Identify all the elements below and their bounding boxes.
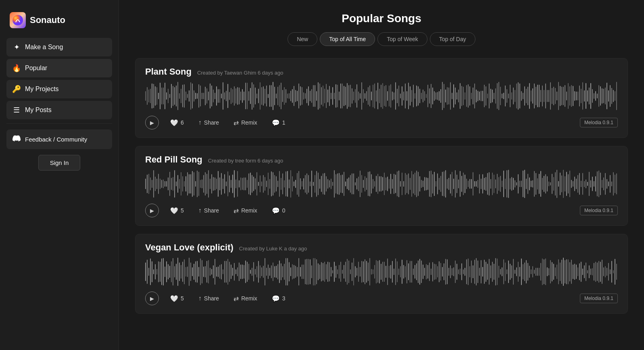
like-button-3[interactable]: 🤍 5 <box>167 293 187 304</box>
song-title-2: Red Pill Song <box>145 154 202 165</box>
remix-icon-1: ⇄ <box>233 119 239 127</box>
like-button-1[interactable]: 🤍 6 <box>167 117 187 128</box>
comment-button-2[interactable]: 💬 0 <box>269 205 289 216</box>
share-icon-3: ↑ <box>198 295 202 302</box>
comment-icon-2: 💬 <box>272 207 280 215</box>
nav-popular[interactable]: 🔥 Popular <box>6 59 112 77</box>
share-button-1[interactable]: ↑ Share <box>195 117 222 128</box>
song-card-2: Red Pill Song Created by tree form 6 day… <box>135 146 628 226</box>
waveform-2 <box>145 170 618 198</box>
model-badge-3: Melodia 0.9.1 <box>580 294 618 303</box>
remix-button-2[interactable]: ⇄ Remix <box>230 205 261 216</box>
tab-top-week[interactable]: Top of Week <box>377 32 427 46</box>
song-header-1: Plant Song Created by Taewan Ghim 6 days… <box>145 67 618 77</box>
waveform-1 <box>145 82 618 110</box>
remix-button-1[interactable]: ⇄ Remix <box>230 117 261 128</box>
play-button-3[interactable]: ▶ <box>145 292 159 305</box>
song-title-1: Plant Song <box>145 67 192 77</box>
nav-my-posts[interactable]: ☰ My Posts <box>6 101 112 119</box>
waveform-3 <box>145 258 618 286</box>
tab-top-day[interactable]: Top of Day <box>430 32 475 46</box>
song-meta-3: Created by Luke K a day ago <box>239 246 307 252</box>
song-meta-2: Created by tree form 6 days ago <box>208 158 283 164</box>
song-controls-2: ▶ 🤍 5 ↑ Share ⇄ Remix 💬 0 Melodia 0.9.1 <box>145 204 618 217</box>
tab-top-all-time[interactable]: Top of All Time <box>320 32 375 46</box>
comment-button-1[interactable]: 💬 1 <box>269 117 289 128</box>
my-posts-icon: ☰ <box>12 106 21 115</box>
song-meta-1: Created by Taewan Ghim 6 days ago <box>197 70 283 76</box>
comment-button-3[interactable]: 💬 3 <box>269 293 289 304</box>
logo-row: Sonauto <box>6 8 112 35</box>
comment-icon-1: 💬 <box>272 119 280 127</box>
share-button-3[interactable]: ↑ Share <box>195 293 222 304</box>
play-button-2[interactable]: ▶ <box>145 204 159 217</box>
song-controls-3: ▶ 🤍 5 ↑ Share ⇄ Remix 💬 3 Melodia 0.9.1 <box>145 292 618 305</box>
main-content: Popular Songs New Top of All Time Top of… <box>119 0 644 350</box>
my-projects-icon: 🔑 <box>12 85 21 94</box>
song-header-2: Red Pill Song Created by tree form 6 day… <box>145 154 618 165</box>
share-button-2[interactable]: ↑ Share <box>195 205 222 216</box>
nav-make-a-song[interactable]: ✦ Make a Song <box>6 38 112 56</box>
signin-button[interactable]: Sign In <box>38 155 81 171</box>
heart-icon-1: 🤍 <box>170 119 178 127</box>
remix-icon-2: ⇄ <box>233 207 239 215</box>
remix-icon-3: ⇄ <box>233 295 239 302</box>
song-title-3: Vegan Love (explicit) <box>145 242 233 253</box>
model-badge-1: Melodia 0.9.1 <box>580 118 618 127</box>
remix-button-3[interactable]: ⇄ Remix <box>230 293 261 304</box>
share-icon-1: ↑ <box>198 119 202 126</box>
discord-icon <box>12 134 21 144</box>
comment-icon-3: 💬 <box>272 295 280 302</box>
play-button-1[interactable]: ▶ <box>145 116 159 129</box>
like-button-2[interactable]: 🤍 5 <box>167 205 187 216</box>
heart-icon-2: 🤍 <box>170 207 178 215</box>
page-title: Popular Songs <box>135 12 628 25</box>
sidebar-divider <box>6 123 112 124</box>
make-a-song-icon: ✦ <box>12 43 21 52</box>
tab-new[interactable]: New <box>288 32 317 46</box>
app-name: Sonauto <box>30 15 65 25</box>
model-badge-2: Melodia 0.9.1 <box>580 206 618 215</box>
heart-icon-3: 🤍 <box>170 295 178 302</box>
song-header-3: Vegan Love (explicit) Created by Luke K … <box>145 242 618 253</box>
share-icon-2: ↑ <box>198 207 202 214</box>
filter-tabs: New Top of All Time Top of Week Top of D… <box>135 32 628 46</box>
feedback-community-button[interactable]: Feedback / Community <box>6 129 112 149</box>
nav-my-projects[interactable]: 🔑 My Projects <box>6 80 112 98</box>
song-card-3: Vegan Love (explicit) Created by Luke K … <box>135 234 628 314</box>
sidebar: Sonauto ✦ Make a Song 🔥 Popular 🔑 My Pro… <box>0 0 119 350</box>
app-logo-icon <box>10 12 26 28</box>
song-card-1: Plant Song Created by Taewan Ghim 6 days… <box>135 58 628 138</box>
popular-icon: 🔥 <box>12 64 21 73</box>
song-controls-1: ▶ 🤍 6 ↑ Share ⇄ Remix 💬 1 Melodia 0.9.1 <box>145 116 618 129</box>
